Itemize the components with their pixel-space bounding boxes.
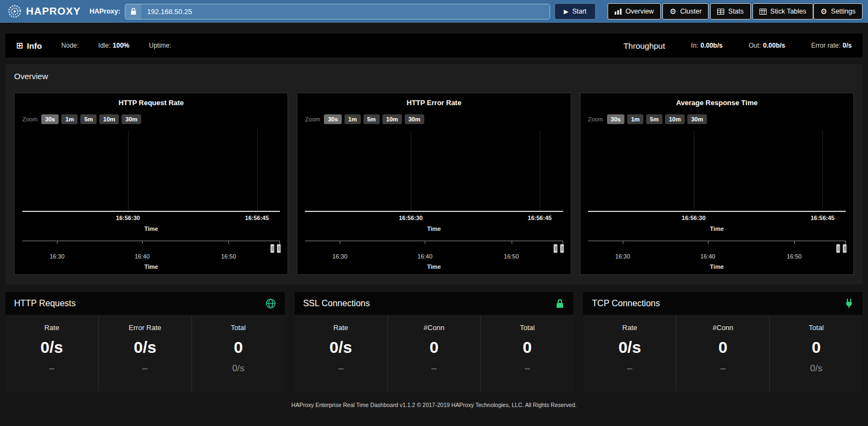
- stat-sub-value: –: [676, 363, 769, 374]
- navigator-track[interactable]: [588, 241, 846, 253]
- chart-title: HTTP Error Rate: [305, 99, 563, 107]
- stat-column-total: Total 0 –: [481, 315, 573, 392]
- navigator-handle[interactable]: [553, 244, 558, 253]
- navigator-handle[interactable]: [270, 244, 275, 253]
- navigator-track[interactable]: [22, 241, 280, 253]
- zoom-5m-button[interactable]: 5m: [80, 114, 97, 124]
- zoom-10m-button[interactable]: 10m: [382, 114, 402, 124]
- stat-sub-value: –: [99, 363, 192, 374]
- chart-navigator: 16:30 16:40 16:50 Time: [22, 241, 280, 270]
- gear-icon: ⚙: [820, 8, 827, 15]
- out-value: 0.00b/s: [763, 42, 786, 49]
- nav-button-stats-label: Stats: [728, 8, 744, 15]
- navigator-tick: [623, 241, 623, 244]
- nav-button-stats[interactable]: Stats: [710, 3, 751, 20]
- start-button[interactable]: ▶ Start: [554, 3, 596, 20]
- charts-row: HTTP Request Rate Zoom 30s 1m 5m 10m 30m…: [14, 93, 854, 275]
- info-title-label: Info: [27, 41, 42, 50]
- zoom-30s-button[interactable]: 30s: [324, 114, 341, 124]
- x-tick-label: 16:56:30: [682, 215, 706, 221]
- idle-value: 100%: [113, 42, 130, 49]
- address-input[interactable]: [142, 4, 550, 19]
- throughput-in: In:0.00b/s: [691, 42, 723, 49]
- navigator-handle[interactable]: [560, 244, 564, 253]
- chart-plot-area: [305, 131, 563, 212]
- navigator-tick-label: 16:30: [615, 253, 630, 260]
- stat-value: 0: [481, 338, 573, 357]
- navigator-tick: [228, 241, 229, 244]
- brand: HAPROXY: [8, 4, 81, 18]
- x-tick-label: 16:56:45: [245, 215, 269, 221]
- x-axis-labels: 16:56:30 16:56:45: [22, 215, 280, 223]
- x-tick-label: 16:56:45: [528, 215, 552, 221]
- ssl-lock-icon: [555, 298, 565, 309]
- navigator-labels: 16:30 16:40 16:50: [22, 253, 280, 261]
- nav-button-cluster[interactable]: ⚙ Cluster: [662, 3, 709, 20]
- info-title[interactable]: ⊞ Info: [16, 41, 42, 50]
- navigator-labels: 16:30 16:40 16:50: [588, 253, 846, 261]
- navigator-handle[interactable]: [843, 244, 847, 253]
- stat-column-rate: Rate 0/s –: [295, 315, 388, 392]
- card-body: Rate 0/s – #Conn 0 – Total 0 0/s: [583, 315, 863, 392]
- zoom-30m-button[interactable]: 30m: [405, 114, 424, 124]
- navigator-tick-label: 16:40: [135, 253, 150, 260]
- gridline: [411, 131, 411, 211]
- chart-plot-area: [588, 131, 846, 212]
- overview-section-title: Overview: [14, 72, 854, 81]
- stat-sub-value: –: [388, 363, 481, 374]
- node-label: Node:: [61, 42, 79, 49]
- stat-column-rate: Rate 0/s –: [583, 315, 676, 392]
- x-axis-title: Time: [22, 225, 280, 232]
- zoom-10m-button[interactable]: 10m: [665, 114, 685, 124]
- zoom-5m-button[interactable]: 5m: [363, 114, 380, 124]
- navigator-labels: 16:30 16:40 16:50: [305, 253, 563, 261]
- throughput-out: Out:0.00b/s: [749, 42, 785, 49]
- nav-button-overview[interactable]: Overview: [608, 3, 661, 20]
- stat-column-total: Total 0 0/s: [770, 315, 863, 392]
- x-tick-label: 16:56:30: [399, 215, 423, 221]
- bar-chart-icon: [615, 9, 622, 15]
- chart-navigator: 16:30 16:40 16:50 Time: [305, 241, 563, 270]
- stat-value: 0/s: [295, 338, 387, 357]
- navigator-tick: [425, 241, 425, 244]
- zoom-1m-button[interactable]: 1m: [61, 114, 78, 124]
- zoom-30m-button[interactable]: 30m: [687, 114, 707, 124]
- stat-value: 0: [388, 338, 481, 357]
- zoom-1m-button[interactable]: 1m: [627, 114, 643, 124]
- idle-stat: Idle:100%: [98, 42, 129, 49]
- settings-button-label: Settings: [831, 8, 856, 15]
- uptime-label: Uptime:: [149, 42, 171, 49]
- idle-label: Idle:: [98, 42, 111, 49]
- nav-button-stick-tables[interactable]: Stick Tables: [752, 3, 813, 20]
- navigator-handle[interactable]: [836, 244, 840, 253]
- zoom-5m-button[interactable]: 5m: [646, 114, 662, 124]
- navigator-handle[interactable]: [277, 244, 281, 253]
- card-header: TCP Connections: [583, 292, 863, 315]
- navigator-tick: [708, 241, 709, 244]
- stat-label: Rate: [583, 324, 676, 332]
- gears-icon: ⚙: [669, 8, 676, 15]
- navigator-tick-label: 16:40: [700, 253, 716, 260]
- chart-http-error-rate: HTTP Error Rate Zoom 30s 1m 5m 10m 30m 1…: [297, 93, 571, 275]
- zoom-30m-button[interactable]: 30m: [122, 114, 141, 124]
- zoom-row: Zoom 30s 1m 5m 10m 30m: [588, 114, 846, 124]
- plug-icon: [844, 298, 854, 309]
- stat-value: 0: [192, 338, 285, 357]
- zoom-label: Zoom: [305, 116, 320, 122]
- stat-value: 0: [676, 338, 769, 357]
- navigator-tick: [512, 241, 512, 244]
- card-header: SSL Connections: [295, 292, 574, 315]
- x-axis-title: Time: [305, 225, 563, 232]
- zoom-10m-button[interactable]: 10m: [99, 114, 119, 124]
- chart-navigator: 16:30 16:40 16:50 Time: [588, 241, 846, 270]
- stat-column-total: Total 0 0/s: [192, 315, 285, 392]
- stat-column-error-rate: Error Rate 0/s –: [99, 315, 192, 392]
- lock-icon: [125, 4, 142, 19]
- settings-button[interactable]: ⚙ Settings: [813, 3, 863, 20]
- zoom-30s-button[interactable]: 30s: [607, 114, 624, 124]
- navigator-track[interactable]: [305, 241, 563, 253]
- stat-value: 0: [770, 338, 863, 357]
- zoom-30s-button[interactable]: 30s: [41, 114, 59, 124]
- zoom-1m-button[interactable]: 1m: [344, 114, 361, 124]
- error-rate-value: 0/s: [843, 42, 852, 49]
